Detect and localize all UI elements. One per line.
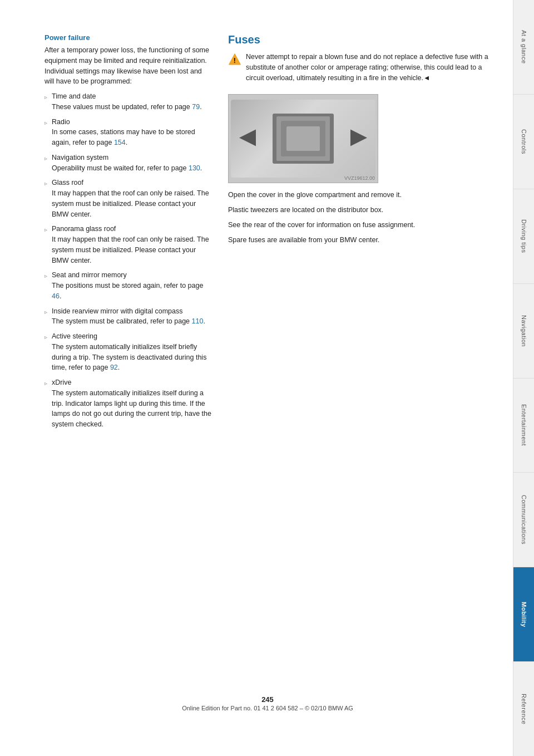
item-title: Glass roof (52, 179, 83, 186)
bullet-arrow-icon: ▹ (44, 379, 47, 387)
fuses-title: Fuses (228, 33, 491, 46)
fuses-para-1: Open the cover in the glove compartment … (228, 190, 491, 200)
item-title: xDrive (52, 379, 71, 386)
bullet-content: Seat and mirror memory The positions mus… (52, 270, 211, 301)
list-item: ▹ Navigation system Operability must be … (44, 153, 211, 174)
right-column: Fuses ! Never attempt to repair a blown … (228, 33, 491, 673)
item-title: Panorama glass roof (52, 225, 116, 233)
svg-marker-2 (239, 130, 256, 146)
page-link[interactable]: 130 (189, 164, 200, 172)
item-title: Navigation system (52, 154, 108, 161)
sidebar-tab-entertainment[interactable]: Entertainment (513, 379, 534, 473)
item-title: Inside rearview mirror with digital comp… (52, 307, 183, 315)
page-footer: 245 Online Edition for Part no. 01 41 2 … (44, 695, 491, 723)
list-item: ▹ Glass roof It may happen that the roof… (44, 178, 211, 219)
svg-marker-3 (350, 130, 367, 146)
bullet-content: Panorama glass roof It may happen that t… (52, 224, 211, 266)
item-desc: In some cases, stations may have to be s… (52, 128, 195, 146)
svg-text:!: ! (234, 57, 236, 65)
bullet-arrow-icon: ▹ (44, 179, 47, 188)
page-link[interactable]: 110 (192, 317, 204, 325)
bullet-content: Time and date These values must be updat… (52, 91, 211, 112)
item-title: Radio (52, 118, 70, 126)
warning-box: ! Never attempt to repair a blown fuse a… (228, 52, 491, 87)
sidebar-tab-communications[interactable]: Communications (513, 473, 534, 567)
sidebar-tab-navigation[interactable]: Navigation (513, 284, 534, 379)
item-desc: Operability must be waited for, refer to… (52, 164, 202, 172)
item-title: Time and date (52, 92, 96, 100)
image-caption: VVZ19612.00 (344, 175, 375, 181)
power-failure-title: Power failure (44, 33, 211, 42)
page-container: Power failure After a temporary power lo… (0, 0, 534, 756)
bullet-content: Active steering The system automatically… (52, 331, 211, 373)
fuses-para-2: Plastic tweezers are located on the dist… (228, 205, 491, 215)
list-item: ▹ xDrive The system automatically initia… (44, 377, 211, 430)
sidebar-tab-at-a-glance[interactable]: At a glance (513, 0, 534, 95)
sidebar-right: At a glance Controls Driving tips Naviga… (513, 0, 534, 756)
item-desc: It may happen that the roof can only be … (52, 235, 209, 264)
sidebar-tab-mobility[interactable]: Mobility (513, 567, 534, 662)
warning-icon: ! (228, 53, 241, 66)
list-item: ▹ Inside rearview mirror with digital co… (44, 306, 211, 327)
bullet-content: Inside rearview mirror with digital comp… (52, 306, 211, 327)
bullet-content: Radio In some cases, stations may have t… (52, 117, 211, 148)
list-item: ▹ Panorama glass roof It may happen that… (44, 224, 211, 266)
left-column: Power failure After a temporary power lo… (44, 33, 211, 673)
bullet-arrow-icon: ▹ (44, 272, 47, 280)
list-item: ▹ Time and date These values must be upd… (44, 91, 211, 112)
bullet-content: xDrive The system automatically initiali… (52, 377, 211, 430)
footer-copyright: Online Edition for Part no. 01 41 2 604 … (44, 705, 491, 711)
fuses-para-4: Spare fuses are available from your BMW … (228, 235, 491, 246)
page-link[interactable]: 92 (110, 364, 118, 371)
fuses-para-3: See the rear of the cover for informatio… (228, 220, 491, 230)
bullet-arrow-icon: ▹ (44, 154, 47, 163)
bullet-list: ▹ Time and date These values must be upd… (44, 91, 211, 430)
bullet-arrow-icon: ▹ (44, 225, 47, 234)
bullet-arrow-icon: ▹ (44, 308, 47, 316)
sidebar-tab-controls[interactable]: Controls (513, 95, 534, 189)
warning-text: Never attempt to repair a blown fuse and… (246, 52, 491, 83)
fuse-image: VVZ19612.00 (228, 94, 378, 183)
bullet-content: Glass roof It may happen that the roof c… (52, 178, 211, 219)
main-content: Power failure After a temporary power lo… (0, 0, 513, 756)
sidebar-tab-reference[interactable]: Reference (513, 662, 534, 756)
item-desc: The system automatically initializes its… (52, 389, 211, 428)
list-item: ▹ Radio In some cases, stations may have… (44, 117, 211, 148)
list-item: ▹ Active steering The system automatical… (44, 331, 211, 373)
sidebar-tab-driving-tips[interactable]: Driving tips (513, 189, 534, 284)
bullet-arrow-icon: ▹ (44, 93, 47, 101)
bullet-arrow-icon: ▹ (44, 333, 47, 341)
power-failure-intro: After a temporary power loss, the functi… (44, 45, 211, 87)
item-desc: The system automatically initializes its… (52, 343, 206, 372)
page-link[interactable]: 154 (114, 139, 126, 146)
page-link[interactable]: 79 (192, 103, 200, 111)
item-desc: These values must be updated, refer to p… (52, 103, 202, 111)
page-link[interactable]: 46 (52, 292, 60, 300)
item-title: Seat and mirror memory (52, 271, 127, 279)
page-number: 245 (44, 695, 491, 704)
item-title: Active steering (52, 332, 97, 340)
two-column-layout: Power failure After a temporary power lo… (44, 33, 491, 673)
bullet-content: Navigation system Operability must be wa… (52, 153, 211, 174)
fuse-box-diagram (231, 100, 375, 178)
list-item: ▹ Seat and mirror memory The positions m… (44, 270, 211, 301)
item-desc: The system must be calibrated, refer to … (52, 317, 205, 325)
bullet-arrow-icon: ▹ (44, 119, 47, 127)
item-desc: The positions must be stored again, refe… (52, 282, 203, 300)
item-desc: It may happen that the roof can only be … (52, 189, 209, 218)
